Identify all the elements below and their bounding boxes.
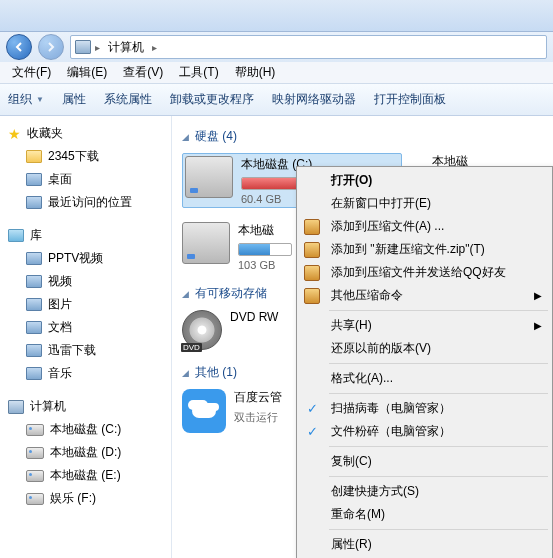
- ctx-copy[interactable]: 复制(C): [299, 450, 550, 473]
- archive-icon: [304, 242, 320, 258]
- drive-d[interactable]: 本地磁 103 GB: [182, 222, 292, 271]
- usage-gauge: [238, 243, 292, 256]
- recent-icon: [26, 196, 42, 209]
- ctx-scan[interactable]: ✓扫描病毒（电脑管家）: [299, 397, 550, 420]
- ctx-rename[interactable]: 重命名(M): [299, 503, 550, 526]
- context-menu: 打开(O) 在新窗口中打开(E) 添加到压缩文件(A) ... 添加到 "新建压…: [296, 166, 553, 558]
- ctx-shred[interactable]: ✓文件粉碎（电脑管家）: [299, 420, 550, 443]
- menu-view[interactable]: 查看(V): [115, 62, 171, 83]
- nav-forward-button[interactable]: [38, 34, 64, 60]
- tree-item[interactable]: 本地磁盘 (E:): [0, 464, 171, 487]
- disk-icon: [26, 424, 44, 436]
- drive-icon: [182, 222, 230, 264]
- tree-favorites[interactable]: ★收藏夹: [0, 122, 171, 145]
- disk-icon: [26, 470, 44, 482]
- tool-uninstall[interactable]: 卸载或更改程序: [170, 91, 254, 108]
- arrow-right-icon: ▶: [534, 320, 542, 331]
- tree-item[interactable]: 迅雷下载: [0, 339, 171, 362]
- tree-item[interactable]: 本地磁盘 (D:): [0, 441, 171, 464]
- video-icon: [26, 275, 42, 288]
- tree-item[interactable]: 视频: [0, 270, 171, 293]
- triangle-down-icon: ◢: [182, 132, 189, 142]
- menu-file[interactable]: 文件(F): [4, 62, 59, 83]
- tool-organize[interactable]: 组织 ▼: [8, 91, 44, 108]
- tree-item[interactable]: 图片: [0, 293, 171, 316]
- ctx-properties[interactable]: 属性(R): [299, 533, 550, 556]
- dvd-icon: [182, 310, 222, 350]
- desktop-icon: [26, 173, 42, 186]
- address-bar: ▸ 计算机 ▸: [0, 32, 553, 62]
- ctx-shortcut[interactable]: 创建快捷方式(S): [299, 480, 550, 503]
- navigation-pane: ★收藏夹 2345下载 桌面 最近访问的位置 库 PPTV视频 视频 图片 文档…: [0, 116, 172, 558]
- archive-icon: [304, 265, 320, 281]
- music-icon: [26, 367, 42, 380]
- breadcrumb-segment[interactable]: 计算机: [104, 37, 148, 58]
- separator: [329, 529, 548, 530]
- ctx-add-archive[interactable]: 添加到压缩文件(A) ...: [299, 215, 550, 238]
- disk-icon: [26, 447, 44, 459]
- ctx-share[interactable]: 共享(H)▶: [299, 314, 550, 337]
- folder-icon: [26, 150, 42, 163]
- drive-cloud[interactable]: 百度云管 双击运行: [182, 389, 302, 433]
- ctx-format[interactable]: 格式化(A)...: [299, 367, 550, 390]
- archive-icon: [304, 219, 320, 235]
- tree-item[interactable]: 本地磁盘 (C:): [0, 418, 171, 441]
- section-hdd[interactable]: ◢硬盘 (4): [182, 128, 543, 145]
- ctx-other-zip[interactable]: 其他压缩命令▶: [299, 284, 550, 307]
- disk-icon: [26, 493, 44, 505]
- computer-icon: [8, 400, 24, 414]
- drive-free: 103 GB: [238, 259, 292, 271]
- ctx-new-window[interactable]: 在新窗口中打开(E): [299, 192, 550, 215]
- menu-tools[interactable]: 工具(T): [171, 62, 226, 83]
- chevron-right-icon: ▸: [95, 42, 100, 53]
- archive-icon: [304, 288, 320, 304]
- menu-help[interactable]: 帮助(H): [227, 62, 284, 83]
- separator: [329, 446, 548, 447]
- video-icon: [26, 252, 42, 265]
- tool-properties[interactable]: 属性: [62, 91, 86, 108]
- tool-controlpanel[interactable]: 打开控制面板: [374, 91, 446, 108]
- tree-libraries[interactable]: 库: [0, 224, 171, 247]
- tree-item[interactable]: 文档: [0, 316, 171, 339]
- tree-item[interactable]: 最近访问的位置: [0, 191, 171, 214]
- drive-sub: 双击运行: [234, 410, 302, 425]
- chevron-down-icon: ▼: [36, 95, 44, 104]
- drive-label: 百度云管: [234, 389, 302, 406]
- ctx-restore[interactable]: 还原以前的版本(V): [299, 337, 550, 360]
- drive-label: 本地磁: [238, 222, 292, 239]
- separator: [329, 363, 548, 364]
- download-icon: [26, 344, 42, 357]
- ctx-zip-qq[interactable]: 添加到压缩文件并发送给QQ好友: [299, 261, 550, 284]
- separator: [329, 476, 548, 477]
- triangle-down-icon: ◢: [182, 289, 189, 299]
- tool-sysprops[interactable]: 系统属性: [104, 91, 152, 108]
- menu-edit[interactable]: 编辑(E): [59, 62, 115, 83]
- tree-item[interactable]: 音乐: [0, 362, 171, 385]
- cloud-icon: [182, 389, 226, 433]
- menu-bar: 文件(F) 编辑(E) 查看(V) 工具(T) 帮助(H): [0, 62, 553, 84]
- tree-item[interactable]: PPTV视频: [0, 247, 171, 270]
- separator: [329, 310, 548, 311]
- library-icon: [8, 229, 24, 242]
- toolbar: 组织 ▼ 属性 系统属性 卸载或更改程序 映射网络驱动器 打开控制面板: [0, 84, 553, 116]
- address-box[interactable]: ▸ 计算机 ▸: [70, 35, 547, 59]
- tool-mapdrive[interactable]: 映射网络驱动器: [272, 91, 356, 108]
- chevron-right-icon: ▸: [152, 42, 157, 53]
- drive-dvd[interactable]: DVD RW: [182, 310, 302, 350]
- triangle-down-icon: ◢: [182, 368, 189, 378]
- ctx-add-zip[interactable]: 添加到 "新建压缩文件.zip"(T): [299, 238, 550, 261]
- nav-back-button[interactable]: [6, 34, 32, 60]
- separator: [329, 393, 548, 394]
- tree-item[interactable]: 娱乐 (F:): [0, 487, 171, 510]
- drive-icon: [185, 156, 233, 198]
- document-icon: [26, 321, 42, 334]
- arrow-right-icon: ▶: [534, 290, 542, 301]
- shield-icon: ✓: [304, 424, 320, 440]
- ctx-open[interactable]: 打开(O): [299, 169, 550, 192]
- drive-label: DVD RW: [230, 310, 302, 324]
- tree-item[interactable]: 桌面: [0, 168, 171, 191]
- tree-computer[interactable]: 计算机: [0, 395, 171, 418]
- computer-icon: [75, 40, 91, 54]
- tree-item[interactable]: 2345下载: [0, 145, 171, 168]
- window-titlebar: [0, 0, 553, 32]
